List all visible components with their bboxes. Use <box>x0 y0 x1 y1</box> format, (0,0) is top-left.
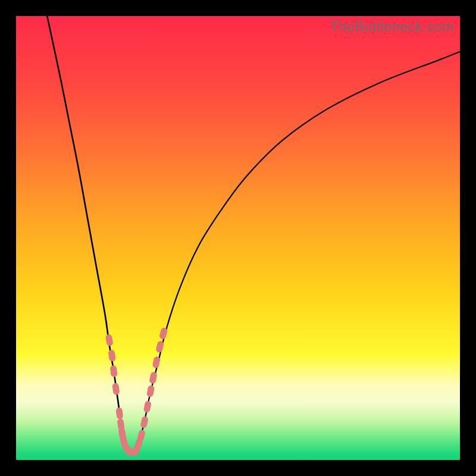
marker-pill <box>112 383 120 395</box>
right-curve <box>136 52 460 451</box>
chart-frame: TheBottleneck.com <box>16 16 460 460</box>
marker-pill <box>108 349 115 362</box>
marker-pill <box>140 416 149 428</box>
watermark-text: TheBottleneck.com <box>330 18 454 35</box>
marker-pill <box>105 334 114 346</box>
marker-pill <box>149 371 157 384</box>
curve-layer <box>16 16 460 460</box>
marker-pill <box>143 400 152 413</box>
marker-pill <box>110 365 118 378</box>
marker-pill <box>115 407 123 419</box>
marker-group <box>105 327 168 457</box>
marker-pill <box>146 385 155 397</box>
marker-pill <box>152 356 161 368</box>
